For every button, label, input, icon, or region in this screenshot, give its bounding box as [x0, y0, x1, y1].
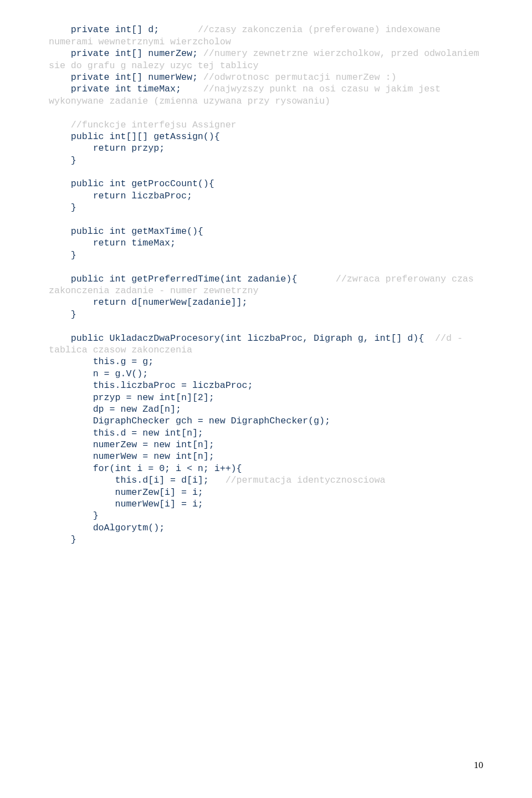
code-line: przyp = new int[n][2];: [49, 392, 214, 403]
code-comment: //funckcje interfejsu Assigner: [49, 120, 237, 130]
code-line: }: [49, 309, 76, 320]
code-comment: zakonczenia zadanie - numer zewnetrzny: [49, 285, 258, 296]
code-line: public int[][] getAssign(){: [49, 131, 220, 142]
code-line: return d[numerWew[zadanie]];: [49, 297, 247, 308]
code-line: DigraphChecker gch = new DigraphChecker(…: [49, 416, 330, 426]
code-line: dp = new Zad[n];: [49, 404, 181, 415]
code-comment: //odwrotnosc permutacji numerZew :): [203, 72, 397, 83]
code-comment: //najwyzszy punkt na osi czasu w jakim j…: [203, 84, 441, 94]
code-line: private int timeMax;: [49, 84, 203, 94]
code-line: public int getMaxTime(){: [49, 226, 203, 237]
code-line: return przyp;: [49, 143, 165, 154]
document-page: private int[] d; //czasy zakonczenia (pr…: [0, 0, 532, 798]
code-comment: sie do grafu g nalezy uzyc tej tablicy: [49, 60, 258, 71]
code-line: numerZew = new int[n];: [49, 439, 214, 450]
code-line: numerWew = new int[n];: [49, 451, 214, 462]
code-comment: tablica czasow zakonczenia: [49, 345, 192, 355]
page-number: 10: [474, 759, 483, 771]
code-line: public int getProcCount(){: [49, 178, 214, 189]
code-comment: //permutacja identycznosciowa: [226, 475, 386, 485]
code-line: public UkladaczDwaProcesory(int liczbaPr…: [49, 333, 435, 344]
code-line: }: [49, 534, 76, 545]
code-line: }: [49, 202, 76, 213]
code-line: private int[] numerWew;: [49, 72, 203, 83]
code-line: return timeMax;: [49, 238, 176, 248]
code-line: this.g = g;: [49, 356, 154, 367]
code-line: }: [49, 155, 76, 166]
code-line: n = g.V();: [49, 369, 148, 379]
code-line: this.d[i] = d[i];: [49, 475, 226, 485]
code-comment: numerami wewnetrznymi wierzcholow: [49, 37, 231, 47]
code-line: doAlgorytm();: [49, 523, 165, 533]
code-line: public int getPreferredTime(int zadanie)…: [49, 274, 336, 284]
code-line: }: [49, 250, 76, 260]
code-line: this.liczbaProc = liczbaProc;: [49, 380, 253, 391]
code-line: numerWew[i] = i;: [49, 499, 203, 509]
code-line: private int[] d;: [49, 24, 198, 35]
code-line: for(int i = 0; i < n; i++){: [49, 463, 242, 474]
code-comment: //zwraca preferowany czas: [336, 274, 474, 284]
code-line: private int[] numerZew;: [49, 48, 203, 59]
code-comment: //czasy zakonczenia (preferowane) indexo…: [198, 24, 441, 35]
code-comment: //numery zewnetrzne wierzcholkow, przed …: [203, 48, 479, 59]
code-line: this.d = new int[n];: [49, 428, 203, 438]
code-line: return liczbaProc;: [49, 191, 192, 201]
code-line: }: [49, 510, 99, 521]
code-comment: //d -: [435, 333, 463, 344]
code-comment: wykonywane zadanie (zmienna uzywana przy…: [49, 96, 330, 106]
code-line: numerZew[i] = i;: [49, 487, 203, 498]
